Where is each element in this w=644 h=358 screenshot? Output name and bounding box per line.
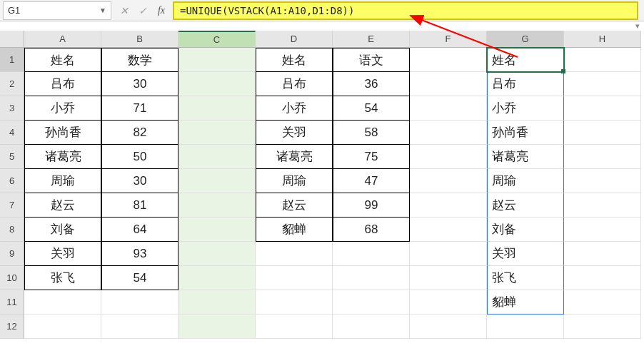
cell[interactable] [333, 314, 410, 339]
cell[interactable] [178, 290, 256, 314]
cell[interactable]: 姓名 [24, 48, 101, 72]
cell[interactable]: 关羽 [487, 242, 564, 266]
cell[interactable]: 50 [101, 145, 178, 169]
row-header[interactable]: 3 [0, 96, 24, 121]
name-box[interactable]: G1 ▼ [3, 1, 111, 20]
cell[interactable] [178, 145, 256, 169]
cell[interactable] [564, 218, 641, 242]
cell[interactable]: 貂蝉 [256, 218, 333, 242]
cell[interactable]: 诸葛亮 [24, 145, 101, 169]
cell[interactable] [178, 218, 256, 242]
cell[interactable]: 71 [101, 96, 178, 121]
cell[interactable] [487, 314, 564, 339]
cell[interactable] [410, 242, 487, 266]
row-header[interactable]: 1 [0, 48, 24, 72]
col-header-c[interactable]: C [178, 31, 256, 48]
cell[interactable]: 99 [333, 193, 410, 218]
cell[interactable]: 54 [101, 266, 178, 290]
col-header-e[interactable]: E [333, 31, 410, 48]
cell[interactable]: 64 [101, 218, 178, 242]
cell[interactable]: 吕布 [24, 72, 101, 96]
formula-input[interactable]: =UNIQUE(VSTACK(A1:A10,D1:D8)) [173, 1, 638, 20]
cell[interactable]: 关羽 [24, 242, 101, 266]
cell[interactable] [178, 314, 256, 339]
cell[interactable]: 赵云 [256, 193, 333, 218]
cell[interactable]: 赵云 [24, 193, 101, 218]
fill-handle[interactable] [561, 69, 565, 73]
cell[interactable]: 小乔 [24, 96, 101, 121]
row-header[interactable]: 2 [0, 72, 24, 96]
cancel-icon[interactable]: ✕ [116, 2, 133, 19]
row-header[interactable]: 12 [0, 314, 24, 339]
cell[interactable]: 81 [101, 193, 178, 218]
worksheet[interactable]: A B C D E F G H 1姓名数学姓名语文姓名2吕布30吕布36吕布3小… [0, 31, 644, 358]
col-header-d[interactable]: D [256, 31, 333, 48]
cell[interactable]: 刘备 [487, 218, 564, 242]
select-all-corner[interactable] [0, 31, 24, 48]
cell[interactable]: 小乔 [256, 96, 333, 121]
col-header-h[interactable]: H [564, 31, 641, 48]
row-header[interactable]: 10 [0, 266, 24, 290]
cell[interactable] [24, 314, 101, 339]
cell[interactable] [410, 121, 487, 145]
cell[interactable] [564, 314, 641, 339]
dropdown-icon[interactable]: ▼ [99, 6, 106, 14]
cell[interactable] [410, 145, 487, 169]
cell[interactable] [410, 72, 487, 96]
cell[interactable] [333, 242, 410, 266]
cell[interactable] [256, 266, 333, 290]
cell[interactable] [564, 242, 641, 266]
cell[interactable] [564, 121, 641, 145]
cell[interactable]: 68 [333, 218, 410, 242]
cell[interactable]: 54 [333, 96, 410, 121]
cell[interactable] [333, 266, 410, 290]
cell[interactable] [564, 48, 641, 72]
cell[interactable]: 数学 [101, 48, 178, 72]
cell[interactable] [410, 314, 487, 339]
expand-formula-bar-icon[interactable]: ▾ [635, 21, 640, 31]
cell[interactable]: 关羽 [256, 121, 333, 145]
cell[interactable] [178, 193, 256, 218]
fx-icon[interactable]: fx [153, 2, 170, 19]
cell[interactable]: 张飞 [487, 266, 564, 290]
cell[interactable] [564, 72, 641, 96]
row-header[interactable]: 6 [0, 169, 24, 193]
cell[interactable] [101, 290, 178, 314]
cell[interactable]: 姓名 [487, 48, 564, 72]
cell[interactable] [564, 266, 641, 290]
col-header-f[interactable]: F [410, 31, 487, 48]
row-header[interactable]: 8 [0, 218, 24, 242]
cell[interactable] [256, 290, 333, 314]
cell[interactable] [564, 145, 641, 169]
cell[interactable]: 赵云 [487, 193, 564, 218]
cell[interactable] [178, 169, 256, 193]
cell[interactable] [256, 242, 333, 266]
cell[interactable] [564, 193, 641, 218]
row-header[interactable]: 9 [0, 242, 24, 266]
cell[interactable]: 75 [333, 145, 410, 169]
cell[interactable]: 诸葛亮 [256, 145, 333, 169]
cell[interactable] [333, 290, 410, 314]
cell[interactable]: 孙尚香 [24, 121, 101, 145]
cell[interactable] [410, 48, 487, 72]
cell[interactable]: 58 [333, 121, 410, 145]
cell[interactable] [564, 169, 641, 193]
cell[interactable]: 貂蝉 [487, 290, 564, 314]
cell[interactable] [178, 266, 256, 290]
cell[interactable] [101, 314, 178, 339]
cell[interactable]: 吕布 [256, 72, 333, 96]
cell[interactable]: 93 [101, 242, 178, 266]
row-header[interactable]: 5 [0, 145, 24, 169]
cell[interactable]: 周瑜 [24, 169, 101, 193]
cell[interactable]: 姓名 [256, 48, 333, 72]
cell[interactable] [410, 218, 487, 242]
cell[interactable]: 语文 [333, 48, 410, 72]
cell[interactable] [178, 48, 256, 72]
cell[interactable] [410, 266, 487, 290]
cell[interactable]: 诸葛亮 [487, 145, 564, 169]
cell[interactable] [178, 121, 256, 145]
cell[interactable]: 吕布 [487, 72, 564, 96]
cell[interactable] [178, 72, 256, 96]
cell[interactable]: 36 [333, 72, 410, 96]
cell[interactable]: 张飞 [24, 266, 101, 290]
